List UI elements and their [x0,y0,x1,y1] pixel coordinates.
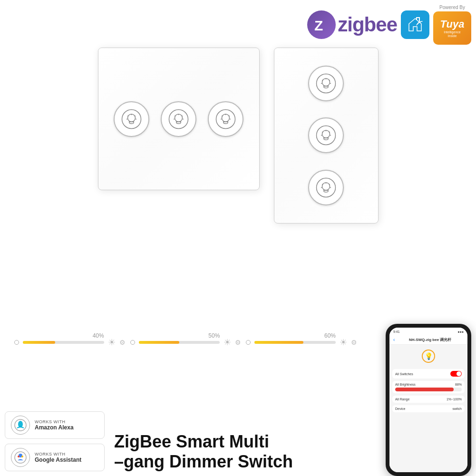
sun-icon-3b: ⚙ [351,339,357,346]
slider-fill-3 [254,341,303,344]
svg-line-5 [127,116,128,117]
alexa-brand: Amazon Alexa [35,424,74,431]
phone-all-switches-row: All Switches [392,369,465,379]
zigbee-logo: Z zigbee [307,10,397,39]
brightness-label: All Brightness [395,383,416,386]
svg-line-46 [329,184,330,185]
switch-button-v1[interactable] [308,66,344,101]
svg-text:Z: Z [314,18,323,33]
svg-point-10 [175,114,182,122]
sun-icon-1b: ⚙ [119,339,126,346]
svg-point-25 [317,74,336,93]
slider-track-1[interactable]: 40% [23,341,104,344]
svg-line-14 [182,116,183,117]
slider-dot-2 [130,340,135,345]
slider-group-1: 40% ☀ ⚙ [14,337,126,348]
phone-signal: ●●● [457,330,464,333]
zigbee-text: zigbee [338,13,397,36]
range-label: All Range [395,398,409,401]
svg-point-54 [21,456,23,457]
phone-app-title: NH-SWQ-zig bee 调光杆 [397,337,464,342]
svg-point-42 [322,183,330,190]
google-badge-text: WORKS WITH Google Assistant [35,452,81,463]
svg-line-45 [322,184,323,185]
svg-line-29 [322,80,323,81]
phone-outer: 9:41 ●●● ‹ NH-SWQ-zig bee 调光杆 💡 All Swit… [386,324,471,476]
top-branding: Z zigbee Powered By Tuya IntelligenceIns… [307,5,471,45]
powered-by-text: Powered By [439,5,465,10]
google-icon [11,448,30,467]
sun-icon-2a: ☀ [223,337,231,348]
phone-content: 💡 All Switches All Brightness 88% [389,345,467,472]
slider-percent-2: 50% [208,332,220,339]
slider-track-3[interactable]: 60% [254,341,336,344]
phone-status-bar: 9:41 ●●● [389,328,467,335]
slider-group-3: 60% ☀ ⚙ [246,337,357,348]
device-value: switch [453,407,462,410]
brightness-value: 88% [455,383,462,386]
sliders-area: 40% ☀ ⚙ 50% ☀ ⚙ 60% ☀ ⚙ [10,323,362,361]
svg-line-13 [175,116,175,117]
switch-button-h3[interactable] [208,101,243,137]
device-label: Device [395,407,405,410]
switch-button-v3[interactable] [308,170,344,205]
phone-time: 9:41 [393,330,400,333]
slider-percent-3: 60% [324,332,336,339]
phone-brightness-row: All Brightness 88% [392,381,465,393]
svg-point-1 [122,109,141,128]
svg-point-53 [18,456,19,457]
alexa-badge: WORKS WITH Amazon Alexa [5,411,105,439]
phone-header: ‹ NH-SWQ-zig bee 调光杆 [389,335,467,345]
slider-fill-1 [23,341,55,344]
switch-vertical-3gang [274,48,379,223]
svg-point-2 [127,114,135,122]
svg-point-33 [317,126,336,145]
all-switches-toggle[interactable] [450,371,462,377]
phone-inner: 9:41 ●●● ‹ NH-SWQ-zig bee 调光杆 💡 All Swit… [389,328,467,472]
switch-button-h1[interactable] [114,101,149,137]
smart-home-icon [401,10,429,39]
svg-point-9 [169,109,188,128]
switch-horizontal-3gang [98,48,260,190]
switch-button-h2[interactable] [161,101,196,137]
svg-line-21 [222,116,223,117]
svg-line-6 [135,116,136,117]
range-value: 1%~100% [447,398,462,401]
all-switches-label: All Switches [395,372,413,376]
svg-point-34 [322,130,330,138]
google-works-with: WORKS WITH [35,452,81,457]
slider-group-2: 50% ☀ ⚙ [130,337,242,348]
brightness-label-row: All Brightness 88% [395,383,462,386]
brightness-bar[interactable] [395,388,462,391]
svg-point-26 [322,78,330,86]
zigbee-z-icon: Z [307,10,336,39]
svg-point-18 [222,114,230,122]
phone-back-button[interactable]: ‹ [393,337,395,342]
tuya-badge: Powered By Tuya IntelligenceInside [433,5,471,45]
switch-button-v2[interactable] [308,117,344,153]
brightness-fill [395,388,454,391]
tuya-logo-text: Tuya [440,18,465,30]
slider-dot-1 [14,340,19,345]
svg-point-41 [317,178,336,197]
svg-point-50 [18,421,23,427]
phone-device-icon: 💡 [422,350,435,363]
google-brand: Google Assistant [35,457,81,463]
alexa-badge-text: WORKS WITH Amazon Alexa [35,419,74,431]
slider-fill-2 [139,341,179,344]
phone-mockup: 9:41 ●●● ‹ NH-SWQ-zig bee 调光杆 💡 All Swit… [386,324,471,476]
alexa-icon [11,416,30,435]
sun-icon-1a: ☀ [108,337,116,348]
svg-line-38 [329,132,330,133]
phone-device-row: Device switch [392,405,465,412]
alexa-works-with: WORKS WITH [35,419,74,424]
phone-range-row: All Range 1%~100% [392,396,465,403]
switches-area [10,48,466,223]
slider-percent-1: 40% [93,332,104,339]
svg-line-30 [329,80,330,81]
svg-line-22 [229,116,230,117]
slider-track-2[interactable]: 50% [139,341,220,344]
sun-icon-3a: ☀ [340,337,347,348]
svg-point-17 [216,109,235,128]
svg-line-37 [322,132,323,133]
